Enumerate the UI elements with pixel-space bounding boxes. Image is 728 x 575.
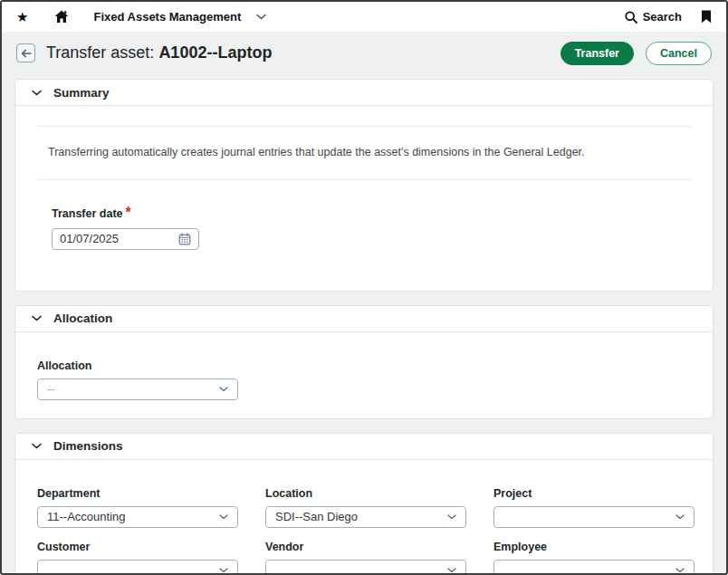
project-field-group: Project (493, 487, 694, 528)
collapse-chevron-icon (32, 315, 42, 321)
transfer-date-value: 01/07/2025 (60, 232, 119, 245)
customer-field-group: Customer (37, 541, 238, 573)
asset-name: A1002--Laptop (158, 43, 272, 62)
dimensions-section-title: Dimensions (53, 439, 123, 453)
employee-field-group: Employee (493, 541, 694, 573)
location-select-value: SDI--San Diego (275, 510, 358, 523)
chevron-down-icon (256, 14, 266, 20)
topbar-right-group: Search (625, 10, 712, 24)
location-label: Location (265, 487, 466, 500)
home-icon (54, 10, 69, 24)
department-field-group: Department 11--Accounting (37, 487, 238, 528)
transfer-date-field-group: Transfer date* 01/07/2025 (52, 205, 691, 250)
divider (37, 179, 691, 180)
allocation-section-header[interactable]: Allocation (15, 306, 713, 332)
dimensions-section-body: Department 11--Accounting Location SDI--… (15, 460, 713, 573)
bookmark-icon[interactable] (701, 10, 712, 24)
vendor-select[interactable] (265, 560, 466, 573)
cancel-button[interactable]: Cancel (646, 42, 712, 65)
back-button[interactable] (16, 43, 35, 62)
department-select-value: 11--Accounting (47, 510, 125, 523)
search-icon (625, 11, 637, 24)
back-arrow-icon (21, 49, 32, 58)
collapse-chevron-icon (32, 443, 42, 449)
vendor-label: Vendor (265, 541, 466, 553)
location-field-group: Location SDI--San Diego (265, 487, 466, 528)
page-header: Transfer asset: A1002--Laptop Transfer C… (2, 32, 726, 74)
chevron-down-icon (675, 514, 685, 520)
dimensions-section-header[interactable]: Dimensions (15, 434, 713, 460)
app-window: ★ Fixed Assets Management Search (0, 0, 728, 575)
summary-section-header[interactable]: Summary (15, 80, 713, 106)
allocation-section-body: Allocation -- (15, 359, 713, 400)
page-content: Summary Transferring automatically creat… (2, 74, 726, 573)
location-select[interactable]: SDI--San Diego (265, 506, 466, 528)
allocation-label: Allocation (37, 359, 691, 372)
search-label: Search (643, 10, 682, 24)
top-navigation-bar: ★ Fixed Assets Management Search (2, 2, 726, 32)
chevron-down-icon (219, 514, 228, 520)
allocation-field-group: Allocation -- (37, 359, 691, 400)
home-icon[interactable] (54, 10, 69, 24)
customer-label: Customer (37, 541, 238, 553)
calendar-icon[interactable] (178, 233, 191, 245)
customer-select[interactable] (37, 560, 238, 573)
transfer-date-input[interactable]: 01/07/2025 (52, 228, 199, 250)
app-switcher-menu[interactable]: Fixed Assets Management (93, 10, 266, 24)
department-label: Department (37, 487, 238, 500)
employee-select[interactable] (493, 560, 694, 573)
summary-section-body: Transferring automatically creates journ… (15, 126, 713, 250)
transfer-date-label: Transfer date (52, 207, 123, 220)
search-control[interactable]: Search (625, 10, 682, 24)
favorites-star-icon[interactable]: ★ (16, 10, 28, 24)
header-actions: Transfer Cancel (560, 42, 712, 65)
chevron-down-icon (219, 387, 228, 392)
chevron-down-icon (675, 568, 685, 573)
department-select[interactable]: 11--Accounting (37, 506, 238, 528)
allocation-select-value: -- (47, 382, 55, 396)
page-title-prefix: Transfer asset: (46, 43, 158, 62)
chevron-down-icon (447, 514, 456, 520)
dimensions-grid: Department 11--Accounting Location SDI--… (37, 460, 691, 573)
dimensions-section: Dimensions Department 11--Accounting (14, 433, 714, 573)
vendor-field-group: Vendor (265, 541, 466, 573)
allocation-section-title: Allocation (53, 311, 112, 325)
employee-label: Employee (493, 541, 694, 553)
app-name: Fixed Assets Management (93, 10, 241, 24)
summary-section: Summary Transferring automatically creat… (14, 79, 714, 292)
chevron-down-icon (219, 568, 228, 573)
required-asterisk: * (126, 205, 131, 220)
transfer-info-message: Transferring automatically creates journ… (37, 127, 691, 179)
summary-section-title: Summary (53, 86, 110, 100)
project-label: Project (493, 487, 694, 500)
allocation-select[interactable]: -- (37, 379, 238, 400)
project-select[interactable] (493, 506, 694, 528)
chevron-down-icon (447, 568, 456, 573)
allocation-section: Allocation Allocation -- (14, 305, 714, 419)
transfer-button[interactable]: Transfer (560, 42, 634, 65)
collapse-chevron-icon (32, 90, 42, 96)
page-title: Transfer asset: A1002--Laptop (46, 43, 272, 62)
